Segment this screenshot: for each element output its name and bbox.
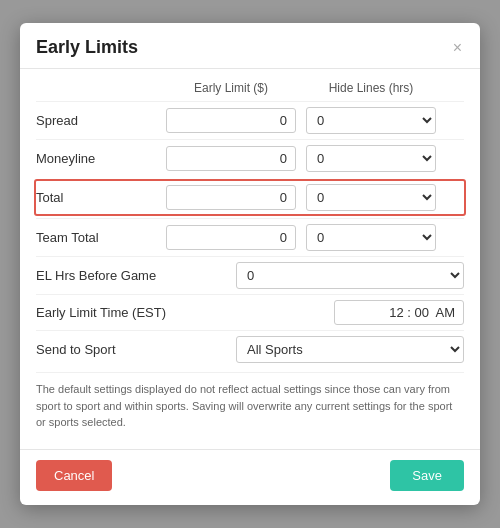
team-total-row: Team Total 0: [36, 218, 464, 256]
moneyline-label: Moneyline: [36, 151, 166, 166]
el-hrs-label: EL Hrs Before Game: [36, 268, 236, 283]
moneyline-row: Moneyline 0: [36, 139, 464, 177]
spread-label: Spread: [36, 113, 166, 128]
modal-footer: Cancel Save: [20, 449, 480, 505]
send-to-row: Send to Sport All Sports: [36, 330, 464, 368]
modal-body: Early Limit ($) Hide Lines (hrs) Spread …: [20, 69, 480, 449]
spread-row: Spread 0: [36, 101, 464, 139]
moneyline-hide-select[interactable]: 0: [306, 145, 436, 172]
team-total-limit-input[interactable]: [166, 225, 296, 250]
el-hrs-row: EL Hrs Before Game 0: [36, 256, 464, 294]
close-button[interactable]: ×: [451, 40, 464, 56]
total-hide-cell: 0: [306, 184, 436, 211]
team-total-limit-cell: [166, 225, 296, 250]
time-input-cell: [236, 300, 464, 325]
moneyline-limit-cell: [166, 146, 296, 171]
modal-title: Early Limits: [36, 37, 138, 58]
disclaimer-text: The default settings displayed do not re…: [36, 372, 464, 441]
send-to-select[interactable]: All Sports: [236, 336, 464, 363]
early-limits-modal: Early Limits × Early Limit ($) Hide Line…: [20, 23, 480, 505]
modal-header: Early Limits ×: [20, 23, 480, 69]
team-total-label: Team Total: [36, 230, 166, 245]
el-hrs-select-cell: 0: [236, 262, 464, 289]
column-headers: Early Limit ($) Hide Lines (hrs): [36, 81, 464, 95]
col-header-hide-lines: Hide Lines (hrs): [306, 81, 436, 95]
time-input[interactable]: [334, 300, 464, 325]
modal-overlay: Early Limits × Early Limit ($) Hide Line…: [0, 0, 500, 528]
spread-hide-cell: 0: [306, 107, 436, 134]
send-to-label: Send to Sport: [36, 342, 236, 357]
save-button[interactable]: Save: [390, 460, 464, 491]
moneyline-hide-cell: 0: [306, 145, 436, 172]
send-to-select-cell: All Sports: [236, 336, 464, 363]
time-label: Early Limit Time (EST): [36, 305, 236, 320]
col-header-early-limit: Early Limit ($): [166, 81, 296, 95]
moneyline-limit-input[interactable]: [166, 146, 296, 171]
time-row: Early Limit Time (EST): [36, 294, 464, 330]
total-row: Total 0: [34, 179, 466, 216]
team-total-hide-select[interactable]: 0: [306, 224, 436, 251]
el-hrs-select[interactable]: 0: [236, 262, 464, 289]
total-label: Total: [36, 190, 166, 205]
total-limit-cell: [166, 185, 296, 210]
spread-limit-input[interactable]: [166, 108, 296, 133]
team-total-hide-cell: 0: [306, 224, 436, 251]
total-hide-select[interactable]: 0: [306, 184, 436, 211]
total-limit-input[interactable]: [166, 185, 296, 210]
spread-limit-cell: [166, 108, 296, 133]
spread-hide-select[interactable]: 0: [306, 107, 436, 134]
cancel-button[interactable]: Cancel: [36, 460, 112, 491]
